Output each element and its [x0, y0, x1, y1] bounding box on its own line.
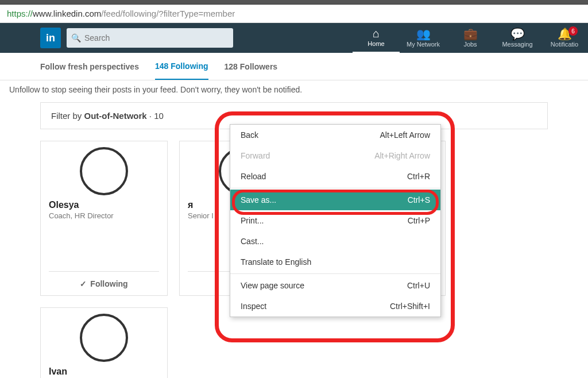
nav-label: Notificatio	[551, 41, 578, 48]
cm-back[interactable]: BackAlt+Left Arrow	[230, 125, 440, 145]
cm-save-as[interactable]: Save as...Ctrl+S	[230, 190, 440, 210]
cm-reload[interactable]: ReloadCtrl+R	[230, 166, 440, 187]
nav-jobs[interactable]: 💼 Jobs	[447, 23, 494, 53]
browser-chrome-top	[0, 0, 588, 5]
nav-my-network[interactable]: 👥 My Network	[400, 23, 447, 53]
network-icon: 👥	[416, 28, 431, 40]
context-menu: BackAlt+Left Arrow ForwardAlt+Right Arro…	[230, 124, 441, 317]
tab-fresh-perspectives[interactable]: Follow fresh perspectives	[40, 62, 139, 71]
cm-view-source[interactable]: View page sourceCtrl+U	[230, 275, 440, 296]
nav-home[interactable]: ⌂ Home	[353, 23, 400, 53]
unfollow-notice: Unfollow to stop seeing their posts in y…	[0, 80, 588, 99]
top-nav: in 🔍 ⌂ Home 👥 My Network 💼 Jobs 💬 Messag…	[0, 23, 588, 53]
person-name: я	[188, 200, 193, 210]
url-protocol: https://	[7, 9, 33, 18]
url-path: /feed/following/?filterType=member	[101, 9, 235, 18]
cm-separator	[230, 273, 440, 274]
nav-label: Jobs	[463, 41, 477, 48]
person-card[interactable]: Olesya Coach, HR Director ✓Following	[40, 141, 168, 296]
person-card[interactable]: Ivan Looking for a job. ✓Following	[40, 307, 168, 378]
nav-messaging[interactable]: 💬 Messaging	[494, 23, 541, 53]
nav-notifications[interactable]: 🔔 6 Notificatio	[541, 23, 588, 53]
search-box[interactable]: 🔍	[67, 28, 233, 48]
briefcase-icon: 💼	[463, 28, 478, 40]
url-bar[interactable]: https://www.linkedin.com/feed/following/…	[0, 5, 588, 23]
linkedin-logo[interactable]: in	[40, 28, 61, 48]
cm-cast[interactable]: Cast...	[230, 231, 440, 252]
nav-label: Messaging	[502, 41, 532, 48]
chat-icon: 💬	[510, 28, 525, 40]
home-icon: ⌂	[373, 28, 380, 39]
sub-nav: Follow fresh perspectives 148 Following …	[0, 53, 588, 80]
tab-following[interactable]: 148 Following	[155, 61, 208, 80]
search-input[interactable]	[84, 33, 229, 43]
nav-label: Home	[368, 40, 384, 47]
cm-separator	[230, 188, 440, 188]
notifications-badge: 6	[568, 26, 578, 36]
avatar	[80, 314, 128, 362]
tab-followers[interactable]: 128 Followers	[225, 62, 278, 71]
cm-translate[interactable]: Translate to English	[230, 252, 440, 272]
person-name: Ivan	[49, 367, 67, 377]
search-icon: 🔍	[71, 33, 81, 43]
person-tagline: Senior I	[188, 211, 214, 220]
avatar	[80, 147, 128, 195]
url-host: www.linkedin.com	[33, 9, 101, 18]
person-name: Olesya	[49, 200, 79, 210]
cm-print[interactable]: Print...Ctrl+P	[230, 210, 440, 231]
nav-label: My Network	[407, 41, 440, 48]
check-icon: ✓	[80, 279, 87, 288]
cm-inspect[interactable]: InspectCtrl+Shift+I	[230, 296, 440, 317]
following-button[interactable]: ✓Following	[49, 271, 159, 295]
cm-forward: ForwardAlt+Right Arrow	[230, 145, 440, 166]
person-tagline: Coach, HR Director	[49, 211, 114, 220]
